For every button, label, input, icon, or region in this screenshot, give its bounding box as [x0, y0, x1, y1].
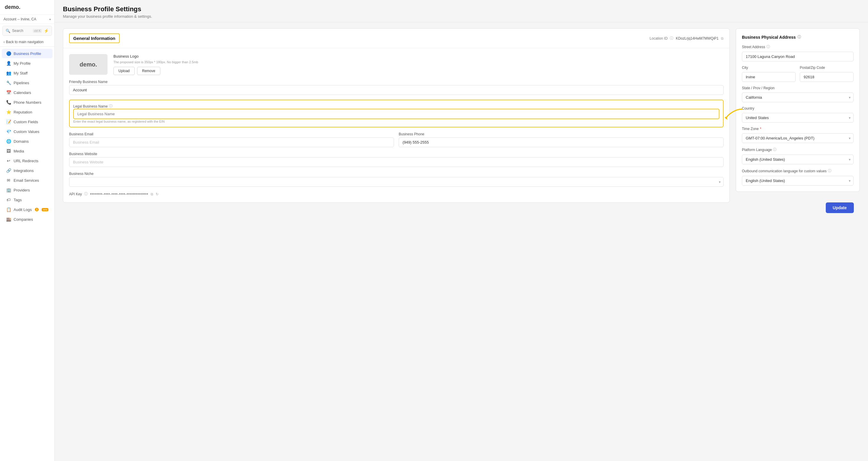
outbound-lang-label: Outbound communication language for cust…	[742, 168, 854, 173]
city-label: City	[742, 66, 796, 70]
postal-input[interactable]	[800, 72, 854, 82]
sidebar-item-custom-fields[interactable]: 📝 Custom Fields	[2, 117, 53, 126]
country-select[interactable]: United States	[742, 113, 854, 123]
business-profile-icon: 🔵	[6, 51, 11, 56]
logo-hint: The proposed size is 350px * 180px. No b…	[114, 60, 198, 64]
sidebar-item-label: Business Profile	[13, 51, 41, 56]
phone-input[interactable]	[399, 137, 723, 147]
sidebar-item-label: Email Services	[13, 178, 39, 183]
platform-lang-select[interactable]: English (United States)	[742, 154, 854, 164]
api-key-row: API Key ⓘ ••••••••-••••-••••-••••-••••••…	[69, 192, 723, 197]
page-title: Business Profile Settings	[63, 5, 860, 13]
friendly-name-input[interactable]	[69, 85, 723, 95]
postal-group: Postal/Zip Code	[800, 66, 854, 82]
main-body: General Information Location ID ⓘ KDozLr…	[55, 23, 868, 461]
city-input[interactable]	[742, 72, 796, 82]
sidebar-item-tags[interactable]: 🏷 Tags	[2, 195, 53, 204]
account-selector[interactable]: Account -- Irvine, CA ▾	[0, 15, 54, 24]
api-icons: ⧉ ↻	[151, 192, 159, 196]
sidebar-item-reputation[interactable]: ⭐ Reputation	[2, 107, 53, 117]
sidebar-item-pipelines[interactable]: 🔧 Pipelines	[2, 78, 53, 87]
website-group: Business Website	[69, 152, 723, 167]
sidebar-item-label: Providers	[13, 188, 30, 192]
api-key-info-icon[interactable]: ⓘ	[84, 192, 88, 197]
platform-lang-select-wrapper: English (United States)	[742, 154, 854, 164]
sidebar-item-label: Integrations	[13, 168, 34, 173]
outbound-lang-info-icon[interactable]: ⓘ	[828, 168, 831, 173]
street-input[interactable]	[742, 52, 854, 61]
sidebar-item-label: Domains	[13, 139, 29, 144]
custom-fields-icon: 📝	[6, 119, 11, 124]
lightning-icon: ⚡	[44, 28, 49, 33]
integrations-icon: 🔗	[6, 168, 11, 173]
search-shortcut: ctrl K	[33, 29, 42, 33]
state-select[interactable]: California	[742, 92, 854, 102]
sidebar-item-label: My Staff	[13, 71, 28, 75]
sidebar-item-custom-values[interactable]: 💎 Custom Values	[2, 127, 53, 136]
friendly-name-label: Friendly Business Name	[69, 80, 723, 84]
sidebar-item-my-profile[interactable]: 👤 My Profile	[2, 59, 53, 68]
address-card: Business Physical Address ⓘ Street Addre…	[736, 28, 860, 192]
tags-icon: 🏷	[6, 197, 11, 202]
remove-button[interactable]: Remove	[137, 67, 160, 75]
sidebar-item-label: Phone Numbers	[13, 100, 41, 105]
street-group: Street Address ⓘ	[742, 44, 854, 61]
country-group: Country United States	[742, 106, 854, 123]
city-postal-row: City Postal/Zip Code	[742, 66, 854, 82]
address-info-icon[interactable]: ⓘ	[798, 35, 801, 39]
sidebar-item-my-staff[interactable]: 👥 My Staff	[2, 68, 53, 78]
sidebar-item-label: Calendars	[13, 90, 31, 95]
audit-badge: 1	[35, 208, 39, 211]
sidebar-item-companies[interactable]: 🏬 Companies	[2, 214, 53, 224]
email-group: Business Email	[69, 132, 394, 147]
logo-title: Business Logo	[114, 54, 198, 59]
sidebar-item-label: Custom Fields	[13, 120, 38, 124]
niche-select[interactable]	[69, 177, 723, 187]
api-copy-icon[interactable]: ⧉	[151, 192, 153, 196]
sidebar-item-media[interactable]: 🖼 Media	[2, 146, 53, 156]
sidebar-item-label: Custom Values	[13, 129, 39, 134]
legal-name-input[interactable]	[73, 109, 719, 119]
main-content: Business Profile Settings Manage your bu…	[55, 0, 868, 461]
state-select-wrapper: California	[742, 92, 854, 102]
sidebar-item-audit-logs[interactable]: 📋 Audit Logs 1 new	[2, 205, 53, 214]
api-refresh-icon[interactable]: ↻	[156, 192, 159, 196]
account-name: Account -- Irvine, CA	[4, 17, 48, 21]
media-icon: 🖼	[6, 149, 11, 153]
platform-lang-info-icon[interactable]: ⓘ	[773, 147, 776, 152]
email-input[interactable]	[69, 137, 394, 147]
logo-preview-text: demo.	[80, 61, 97, 68]
general-info-form: demo. Business Logo The proposed size is…	[63, 48, 730, 202]
upload-button[interactable]: Upload	[114, 67, 135, 75]
niche-select-wrapper	[69, 177, 723, 187]
sidebar-item-integrations[interactable]: 🔗 Integrations	[2, 166, 53, 175]
legal-name-group: Legal Business Name ⓘ Enter the exact le…	[69, 99, 723, 127]
search-bar[interactable]: 🔍 Search ctrl K ⚡	[2, 26, 52, 36]
street-info-icon[interactable]: ⓘ	[766, 44, 770, 49]
sidebar-item-label: Audit Logs	[13, 207, 32, 212]
pipelines-icon: 🔧	[6, 80, 11, 85]
website-input[interactable]	[69, 157, 723, 167]
general-info-header: General Information Location ID ⓘ KDozLr…	[63, 29, 730, 48]
sidebar-item-email-services[interactable]: ✉ Email Services	[2, 176, 53, 185]
sidebar-item-phone-numbers[interactable]: 📞 Phone Numbers	[2, 97, 53, 107]
sidebar-item-providers[interactable]: 🏢 Providers	[2, 185, 53, 195]
update-button[interactable]: Update	[826, 202, 854, 213]
state-label: State / Prov / Region	[742, 86, 854, 90]
sidebar-item-url-redirects[interactable]: ↩ URL Redirects	[2, 156, 53, 166]
address-card-title: Business Physical Address ⓘ	[742, 35, 854, 39]
location-id-info-icon[interactable]: ⓘ	[670, 36, 673, 41]
timezone-select[interactable]: GMT-07:00 America/Los_Angeles (PDT)	[742, 133, 854, 143]
sidebar-item-domains[interactable]: 🌐 Domains	[2, 137, 53, 146]
legal-name-info-icon[interactable]: ⓘ	[109, 104, 113, 109]
location-id-label: Location ID	[650, 36, 668, 40]
calendars-icon: 📅	[6, 90, 11, 95]
location-id-value: KDozLrjq14HwM7MWQiP1	[676, 36, 718, 40]
back-navigation[interactable]: ‹ Back to main navigation	[0, 37, 54, 47]
sidebar-item-calendars[interactable]: 📅 Calendars	[2, 88, 53, 97]
sidebar-item-business-profile[interactable]: 🔵 Business Profile	[2, 49, 53, 58]
outbound-lang-select[interactable]: English (United States)	[742, 176, 854, 185]
general-info-title: General Information	[69, 33, 120, 43]
copy-icon[interactable]: ⧉	[721, 36, 723, 40]
search-label: Search	[12, 29, 31, 33]
